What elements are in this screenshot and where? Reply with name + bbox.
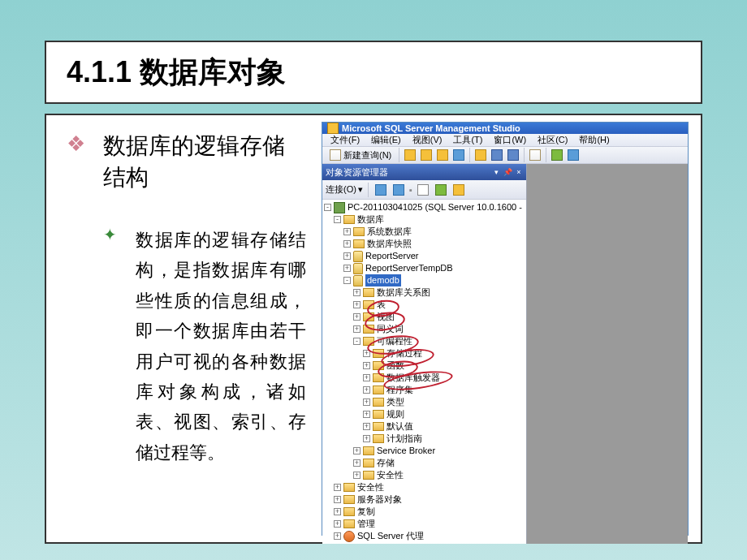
tree-programmability: -可编程性 — [324, 335, 525, 347]
tree-diagrams: +数据库关系图 — [324, 286, 525, 299]
oe-tb-1[interactable] — [374, 183, 388, 197]
tree-reportservertemp: +ReportServerTempDB — [324, 262, 525, 274]
menu-edit[interactable]: 编辑(E) — [366, 134, 406, 146]
tb-activity[interactable] — [550, 148, 564, 162]
tree-planguides: +计划指南 — [324, 433, 525, 445]
document-area — [527, 164, 688, 544]
menubar: 文件(F) 编辑(E) 视图(V) 工具(T) 窗口(W) 社区(C) 帮助(H… — [322, 134, 688, 147]
tree-demodb: -demodb — [324, 274, 525, 286]
tree-server: -PC-201103041025 (SQL Server 10.0.1600 - — [324, 201, 525, 213]
tree-security: +安全性 — [324, 481, 525, 493]
tree-security-db: +安全性 — [324, 469, 525, 481]
menu-view[interactable]: 视图(V) — [408, 134, 447, 146]
tree-views: +视图 — [324, 311, 525, 323]
menu-file[interactable]: 文件(F) — [326, 134, 365, 146]
main-heading: 数据库的逻辑存储结构 — [103, 130, 306, 193]
oe-dropdown-icon[interactable]: ▾ — [492, 168, 500, 176]
oe-close-icon[interactable]: × — [515, 168, 523, 176]
menu-help[interactable]: 帮助(H) — [574, 134, 614, 146]
oe-tb-3[interactable] — [451, 183, 466, 197]
tb-btn-3[interactable] — [435, 148, 450, 162]
object-explorer-header: 对象资源管理器 ▾ 📌 × — [322, 164, 526, 180]
slide-title: 4.1.1 数据库对象 — [67, 53, 286, 93]
body-paragraph: 数据库的逻辑存储结构，是指数据库有哪些性质的信息组成，即一个数据库由若干用户可视… — [136, 225, 306, 467]
oe-toolbar: 连接(O)▾ ▪ — [322, 180, 526, 200]
app-icon — [327, 123, 339, 134]
tree-storage: +存储 — [324, 457, 525, 469]
tree-reportserver: +ReportServer — [324, 250, 525, 262]
toolbar-separator — [524, 148, 525, 162]
menu-community[interactable]: 社区(C) — [533, 134, 572, 146]
titlebar: Microsoft SQL Server Management Studio — [322, 123, 688, 134]
slide-title-box: 4.1.1 数据库对象 — [45, 41, 702, 104]
tree-agent: +SQL Server 代理 — [324, 530, 525, 542]
star-bullet-icon: ✦ — [103, 225, 117, 244]
tb-btn-2[interactable] — [419, 148, 434, 162]
window-title: Microsoft SQL Server Management Studio — [342, 123, 520, 133]
tree-serverobjects: +服务器对象 — [324, 493, 525, 506]
tree-synonyms: +同义词 — [324, 323, 525, 335]
tb-list[interactable] — [528, 148, 542, 162]
oe-tb-2[interactable] — [391, 183, 406, 197]
oe-filter[interactable] — [416, 183, 430, 197]
tree-sysdb: +系统数据库 — [324, 226, 525, 238]
tb-btn-1[interactable] — [403, 148, 417, 162]
tree-servicebroker: +Service Broker — [324, 445, 525, 457]
tree-snapshots: +数据库快照 — [324, 238, 525, 250]
diamond-bullet-icon: ❖ — [67, 131, 85, 157]
new-query-button[interactable]: 新建查询(N) — [326, 147, 395, 163]
tb-save[interactable] — [490, 148, 504, 162]
tb-saveall[interactable] — [506, 148, 520, 162]
tree-types: +类型 — [324, 396, 525, 408]
oe-pin-icon[interactable]: 📌 — [503, 168, 512, 176]
tb-btn-4[interactable] — [451, 148, 466, 162]
oe-refresh[interactable] — [434, 183, 448, 197]
new-query-icon — [330, 149, 341, 161]
tb-open[interactable] — [473, 148, 488, 162]
connect-button[interactable]: 连接(O)▾ — [326, 183, 363, 196]
menu-tools[interactable]: 工具(T) — [448, 134, 487, 146]
ssms-window: Microsoft SQL Server Management Studio 文… — [322, 122, 689, 536]
menu-window[interactable]: 窗口(W) — [489, 134, 531, 146]
tree-replication: +复制 — [324, 506, 525, 518]
tb-tool[interactable] — [566, 148, 581, 162]
toolbar-separator — [546, 148, 546, 162]
toolbar-separator — [469, 148, 470, 162]
toolbar-separator — [399, 148, 399, 162]
tree-rules: +规则 — [324, 408, 525, 420]
tree-databases: -数据库 — [324, 213, 525, 226]
tree-defaults: +默认值 — [324, 420, 525, 433]
toolbar: 新建查询(N) — [322, 147, 688, 164]
slide-content-box: ❖ 数据库的逻辑存储结构 ✦ 数据库的逻辑存储结构，是指数据库有哪些性质的信息组… — [45, 114, 702, 544]
tree-tables: +表 — [324, 299, 525, 311]
tree-management: +管理 — [324, 518, 525, 530]
